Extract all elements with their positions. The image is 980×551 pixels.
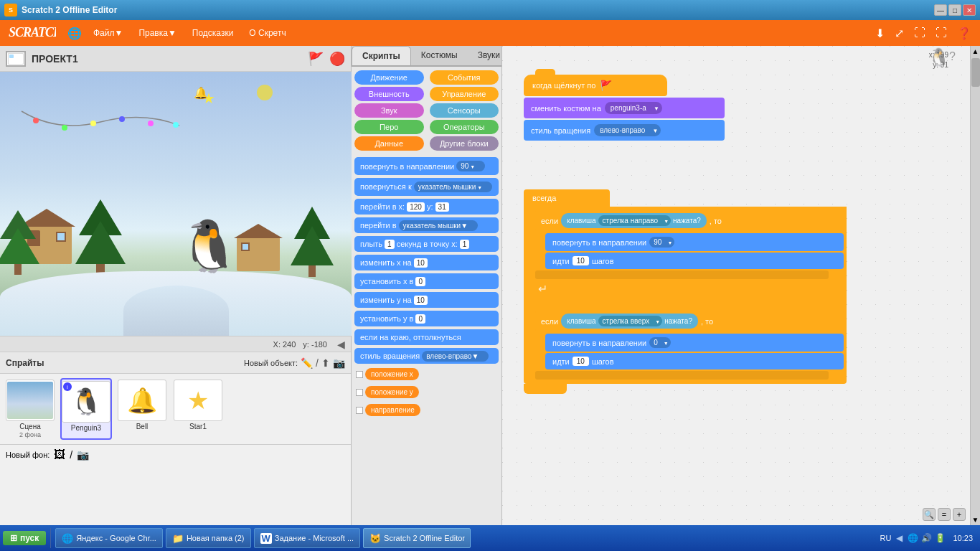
cat-sound[interactable]: Звук (354, 103, 424, 118)
tips-menu[interactable]: Подсказки (188, 25, 238, 41)
cat-events[interactable]: События (430, 70, 499, 85)
tab-scripts[interactable]: Скрипты (352, 46, 411, 65)
fullscreen-icon[interactable]: ⤢ (892, 25, 907, 42)
cat-sensing[interactable]: Сенсоры (430, 103, 499, 118)
tab-costumes[interactable]: Костюмы (411, 46, 468, 65)
paint-bg-button[interactable]: 🖼 (54, 448, 65, 461)
stop-button[interactable]: 🔴 (329, 51, 345, 67)
block-set-rotation-style[interactable]: стиль вращения влево-вправо ▼ (524, 120, 725, 141)
scroll-thumb[interactable] (971, 58, 980, 87)
svg-point-6 (62, 125, 67, 131)
network-icon: 🌐 (908, 533, 918, 543)
taskbar: ⊞ пуск 🌐 Яндекс - Google Chr... 📁 Новая … (0, 525, 980, 551)
sprite-scene[interactable]: Сцена2 фона (4, 378, 56, 440)
bell-sprite-stage: 🔔 (194, 86, 208, 100)
snow-path (123, 286, 229, 336)
block-glide[interactable]: плыть 1 секунд в точку х: 1 (354, 236, 499, 252)
block-change-x[interactable]: изменить х на 10 (354, 255, 499, 270)
start-button[interactable]: ⊞ пуск (3, 531, 46, 545)
block-if-right[interactable]: если клавиша стрелка направо ▼ нажата? ,… (535, 209, 844, 232)
block-move-10-up[interactable]: идти 10 шагов (545, 353, 844, 369)
lights-string (14, 108, 187, 136)
block-change-y[interactable]: изменить у на 10 (354, 292, 499, 308)
sprite-bell[interactable]: 🔔 Bell (116, 378, 168, 440)
sprite-thumbnail-bell: 🔔 (118, 380, 166, 421)
block-move-10[interactable]: идти 10 шагов (545, 253, 844, 269)
cat-motion[interactable]: Движение (354, 70, 424, 85)
taskbar-item-scratch-label: Scratch 2 Offline Editor (384, 534, 465, 542)
camera-bg-button[interactable]: 📷 (77, 449, 89, 461)
forever-body: если клавиша стрелка направо ▼ нажата? ,… (524, 207, 847, 384)
block-point-up[interactable]: повернуть в направлении 0 ▼ (545, 334, 844, 352)
block-face-towards[interactable]: повернуться к указатель мышки▼ (354, 178, 499, 196)
cat-operators[interactable]: Операторы (430, 120, 499, 134)
block-switch-costume[interactable]: сменить костюм на penguin3-a ▼ (524, 98, 725, 118)
block-point-right[interactable]: повернуть в направлении 90 ▼ (545, 233, 844, 251)
svg-point-10 (173, 122, 179, 128)
zoom-in-button[interactable]: + (953, 508, 966, 521)
block-set-y[interactable]: установить у в 0 (354, 311, 499, 326)
cat-looks[interactable]: Внешность (354, 87, 424, 101)
taskbar-item-chrome[interactable]: 🌐 Яндекс - Google Chr... (55, 528, 163, 548)
cat-more[interactable]: Другие блоки (430, 136, 499, 151)
sound-icon: 🔊 (921, 533, 932, 543)
battery-icon: 🔋 (935, 533, 946, 543)
zoom-out-button[interactable]: 🔍 (923, 508, 936, 521)
close-button[interactable]: ✕ (963, 4, 976, 16)
paint-sprite-button[interactable]: ✏️ (301, 357, 313, 369)
tray-chevron[interactable]: ◀ (896, 533, 903, 543)
block-vars-row2: положение у (354, 385, 499, 400)
cat-col-left: Движение Внешность Звук Перо Данные (352, 67, 427, 154)
zoom-reset-button[interactable]: = (938, 508, 951, 521)
block-goto[interactable]: перейти в указатель мышки▼ (354, 217, 499, 233)
block-when-flag-clicked[interactable]: когда щёлкнут по 🚩 (524, 75, 667, 96)
edit-menu[interactable]: Правка▼ (134, 25, 180, 41)
tree-left2 (79, 199, 122, 278)
upload-sprite-button[interactable]: / (316, 357, 319, 369)
clock: 10:23 (948, 532, 977, 544)
expand-stage-icon[interactable]: ◀ (337, 339, 345, 350)
taskbar-item-word[interactable]: W Задание - Microsoft ... (254, 528, 361, 548)
shrink-icon[interactable]: ⛶ (933, 25, 950, 41)
block-forever[interactable]: всегда (524, 189, 610, 207)
green-flag-button[interactable]: 🚩 (308, 51, 324, 67)
upload-sprite-button2[interactable]: ⬆ (321, 357, 330, 369)
block-set-x[interactable]: установить х в 0 (354, 273, 499, 289)
block-if-up[interactable]: если клавиша стрелка вверх ▼ нажата? , т… (535, 310, 844, 332)
sprite-penguin[interactable]: i 🐧 Penguin3 (60, 378, 112, 440)
block-direction[interactable]: направление (356, 404, 420, 416)
maximize-button[interactable]: □ (948, 4, 961, 16)
sprite-thumbnail-scene (6, 380, 55, 421)
upload-bg-button[interactable]: / (70, 449, 72, 461)
info-badge[interactable]: i (63, 382, 72, 391)
globe-icon[interactable]: 🌐 (67, 27, 82, 40)
help-button[interactable]: ? (949, 50, 956, 63)
block-turn-dir[interactable]: повернуть в направлении 90▼ (354, 157, 499, 175)
cat-pen[interactable]: Перо (354, 120, 424, 134)
block-goto-xy[interactable]: перейти в х: 120 у: 31 (354, 199, 499, 215)
file-menu[interactable]: Файл▼ (89, 25, 127, 41)
cat-control[interactable]: Управление (430, 87, 499, 101)
taskbar-item-folder[interactable]: 📁 Новая папка (2) (166, 528, 251, 548)
block-pos-y[interactable]: положение у (356, 386, 419, 398)
block-pos-x[interactable]: положение х (356, 368, 419, 380)
expand-icon[interactable]: ⛶ (911, 25, 928, 41)
scroll-down-button[interactable]: ▼ (971, 514, 980, 525)
block-rotation-style[interactable]: стиль вращения влево-вправо▼ (354, 348, 499, 364)
minimize-button[interactable]: — (934, 4, 947, 16)
project-name[interactable]: ПРОЕКТ1 (32, 53, 302, 65)
taskbar-item-scratch[interactable]: 🐱 Scratch 2 Offline Editor (363, 528, 471, 548)
block-if-edge[interactable]: если на краю, оттолкнуться (354, 329, 499, 345)
cat-data[interactable]: Данные (354, 136, 424, 151)
sprite-star[interactable]: ★ Star1 (172, 378, 224, 440)
scratch-logo: SCRATCH (6, 22, 56, 44)
camera-sprite-button[interactable]: 📷 (333, 357, 345, 369)
import-icon[interactable]: ⬇ (872, 25, 887, 42)
help-menu-icon[interactable]: ❓ (954, 25, 974, 42)
scroll-up-button[interactable]: ▲ (971, 46, 980, 57)
tree-right (294, 207, 330, 278)
about-menu[interactable]: О Скретч (245, 25, 290, 41)
svg-rect-4 (9, 55, 14, 58)
spacer (535, 298, 844, 310)
scripts-area[interactable]: ? x: 199 у: 91 🐧 когда щёлкнут по 🚩 (502, 46, 970, 525)
